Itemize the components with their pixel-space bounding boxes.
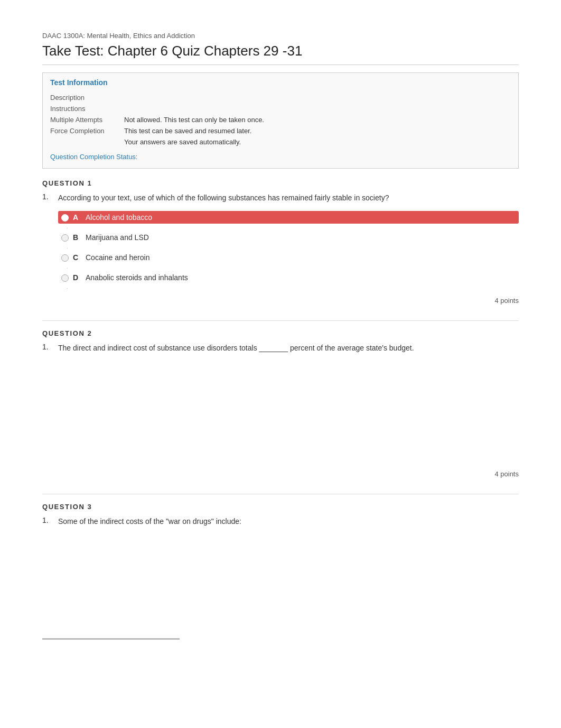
answer-option-d[interactable]: D Anabolic steroids and inhalants bbox=[58, 271, 519, 284]
info-row-autosave: Your answers are saved automatically. bbox=[50, 136, 511, 148]
test-info-table: Description Instructions Multiple Attemp… bbox=[50, 92, 511, 148]
option-text-c: Cocaine and heroin bbox=[86, 253, 516, 262]
radio-d bbox=[61, 274, 69, 282]
page-title: Take Test: Chapter 6 Quiz Chapters 29 -3… bbox=[42, 43, 519, 65]
question-2-label: QUESTION 2 bbox=[42, 329, 519, 337]
radio-c bbox=[61, 254, 69, 262]
option-letter-c: C bbox=[73, 253, 81, 262]
info-value-description bbox=[124, 92, 511, 103]
divider-1 bbox=[42, 320, 519, 321]
bottom-bar bbox=[42, 638, 180, 645]
info-row-force: Force Completion This test can be saved … bbox=[50, 125, 511, 136]
question-3-section: QUESTION 3 1. Some of the indirect costs… bbox=[42, 503, 519, 617]
info-label-instructions: Instructions bbox=[50, 103, 124, 114]
sep-a: · bbox=[67, 226, 519, 231]
answer-option-c[interactable]: C Cocaine and heroin bbox=[58, 251, 519, 264]
question-1-label: QUESTION 1 bbox=[42, 179, 519, 187]
question-3-label: QUESTION 3 bbox=[42, 503, 519, 511]
question-1-number: 1. bbox=[42, 192, 58, 201]
info-row-attempts: Multiple Attempts Not allowed. This test… bbox=[50, 114, 511, 125]
info-label-attempts: Multiple Attempts bbox=[50, 114, 124, 125]
question-2-section: QUESTION 2 1. The direct and indirect co… bbox=[42, 329, 519, 478]
option-text-a: Alcohol and tobacco bbox=[86, 213, 516, 222]
info-value-autosave: Your answers are saved automatically. bbox=[124, 136, 511, 148]
question-3-number: 1. bbox=[42, 516, 58, 524]
info-value-attempts: Not allowed. This test can only be taken… bbox=[124, 114, 511, 125]
divider-2 bbox=[42, 494, 519, 494]
question-2-number: 1. bbox=[42, 343, 58, 351]
answer-option-b[interactable]: B Marijuana and LSD bbox=[58, 231, 519, 244]
option-text-b: Marijuana and LSD bbox=[86, 233, 516, 242]
info-label-description: Description bbox=[50, 92, 124, 103]
info-label-autosave bbox=[50, 136, 124, 148]
sep-c: · bbox=[67, 266, 519, 271]
sep-d: · bbox=[67, 286, 519, 291]
test-info-header: Test Information bbox=[50, 78, 511, 87]
question-2-text: The direct and indirect cost of substanc… bbox=[58, 343, 414, 354]
question-1-section: QUESTION 1 1. According to your text, us… bbox=[42, 179, 519, 305]
question-2-points: 4 points bbox=[42, 470, 519, 478]
info-value-instructions bbox=[124, 103, 511, 114]
radio-b bbox=[61, 234, 69, 242]
info-value-force: This test can be saved and resumed later… bbox=[124, 125, 511, 136]
question-completion-status: Question Completion Status: bbox=[50, 153, 511, 161]
question-3-text: Some of the indirect costs of the "war o… bbox=[58, 516, 241, 527]
test-info-panel: Test Information Description Instruction… bbox=[42, 72, 519, 169]
info-row-instructions: Instructions bbox=[50, 103, 511, 114]
radio-a bbox=[61, 214, 69, 222]
info-label-force: Force Completion bbox=[50, 125, 124, 136]
question-1-text: According to your text, use of which of … bbox=[58, 192, 389, 204]
option-letter-a: A bbox=[73, 213, 81, 222]
question-1-points: 4 points bbox=[42, 297, 519, 305]
option-text-d: Anabolic steroids and inhalants bbox=[86, 273, 516, 282]
info-row-description: Description bbox=[50, 92, 511, 103]
course-title: DAAC 1300A: Mental Health, Ethics and Ad… bbox=[42, 32, 519, 40]
question-3-answer-area bbox=[58, 532, 519, 617]
sep-b: · bbox=[67, 246, 519, 251]
option-letter-b: B bbox=[73, 233, 81, 242]
answer-option-a[interactable]: A Alcohol and tobacco bbox=[58, 211, 519, 224]
question-2-answer-area bbox=[58, 359, 519, 465]
option-letter-d: D bbox=[73, 273, 81, 282]
